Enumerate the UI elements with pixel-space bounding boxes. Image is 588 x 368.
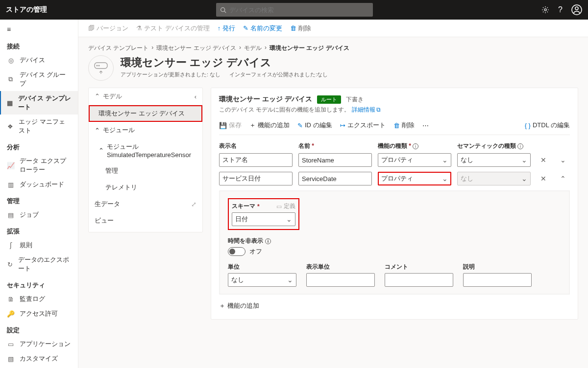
tree-item-module-sim[interactable]: ⌃モジュール SimulatedTemperatureSensor [89, 138, 202, 162]
device-groups-icon: ⧉ [7, 75, 15, 83]
sidebar-item-edge-manifests[interactable]: ❖エッジ マニフェスト [0, 115, 78, 138]
cmd-more[interactable]: ⋯ [422, 122, 429, 129]
customize-icon: ▧ [7, 355, 15, 363]
expand-row-button[interactable]: ⌄ [556, 156, 570, 164]
crumb-1[interactable]: デバイス テンプレート [88, 44, 148, 52]
sidebar-item-audit-logs[interactable]: 🗎監査ログ [0, 292, 78, 306]
cmd-export[interactable]: ↦エクスポート [340, 121, 386, 130]
tree-item-device[interactable]: 環境センサー エッジ デバイス [89, 105, 202, 122]
hamburger-icon[interactable]: ≡ [0, 22, 78, 37]
remove-row-button[interactable]: ✕ [537, 156, 550, 164]
search-input[interactable] [229, 6, 369, 14]
cmd-add-capability[interactable]: ＋機能の追加 [249, 121, 290, 130]
toolbar-delete[interactable]: 🗑削除 [290, 24, 311, 33]
template-icon: ▦ [7, 99, 13, 107]
toggle-state: オフ [249, 247, 262, 256]
schema-label: スキーマ [232, 202, 255, 210]
tree-header[interactable]: ⌃モデル ‹ [89, 88, 202, 105]
display-name-input[interactable]: ストア名 [219, 153, 293, 167]
export-icon: ↻ [7, 261, 13, 268]
sidebar-item-application[interactable]: ▭アプリケーション [0, 337, 78, 351]
tree-panel: ⌃モデル ‹ 環境センサー エッジ デバイス ⌃モジュール ⌃モジュール Sim… [88, 88, 203, 232]
sidebar-item-rules[interactable]: ʃ規則 [0, 238, 78, 253]
sidebar-item-data-explorer[interactable]: 📈データ エクスプローラー [0, 154, 78, 177]
sidebar-item-device-templates[interactable]: ▦デバイス テンプレート [0, 91, 78, 115]
define-icon: ▭ [276, 203, 282, 210]
capability-row: ストア名 StoreName プロパティ なし ✕ ⌄ [219, 153, 570, 167]
card-desc: このデバイス モデルに固有の機能を追加します。 [219, 106, 350, 113]
name-input[interactable]: ServiceDate [298, 172, 372, 185]
sidebar-item-jobs[interactable]: ▤ジョブ [0, 207, 78, 222]
more-icon: ⋯ [422, 122, 429, 129]
hide-time-toggle[interactable] [228, 247, 245, 256]
comment-input[interactable] [385, 273, 453, 287]
sidebar-item-iot-central[interactable]: ▢IoT Central Home [0, 366, 78, 368]
sidebar-item-customize[interactable]: ▧カスタマイズ [0, 351, 78, 366]
tree-item-telemetry[interactable]: テレメトリ [89, 179, 202, 196]
permissions-icon: 🔑 [7, 310, 15, 318]
sidebar: ≡ 接続 ◎デバイス ⧉デバイス グループ ▦デバイス テンプレート ❖エッジ … [0, 20, 78, 368]
description-input[interactable] [463, 273, 532, 287]
display-name-input[interactable]: サービス日付 [219, 172, 293, 185]
info-icon[interactable]: i [517, 143, 523, 149]
page-sub-1: アプリケーションが更新されました: なし [121, 71, 220, 78]
remove-row-button[interactable]: ✕ [537, 175, 550, 183]
edge-icon: ❖ [7, 123, 14, 130]
tree-item-manage[interactable]: 管理 [89, 162, 202, 179]
gear-icon[interactable] [541, 6, 549, 14]
device-avatar [88, 55, 114, 81]
info-icon[interactable]: i [265, 238, 271, 244]
crumb-current: 環境センサー エッジ デバイス [270, 44, 349, 52]
svg-point-0 [220, 7, 224, 11]
sidebar-item-dashboard[interactable]: ▥ダッシュボード [0, 177, 78, 192]
cmd-edit-id[interactable]: ✎ID の編集 [297, 121, 332, 130]
unit-select[interactable]: なし [228, 273, 296, 287]
add-capability-button[interactable]: ＋ 機能の追加 [219, 301, 570, 310]
cap-type-select[interactable]: プロパティ [378, 172, 451, 185]
display-unit-input[interactable] [306, 273, 375, 287]
crumb-3[interactable]: モデル [244, 44, 262, 52]
chevron-down-icon: ⌃ [95, 92, 100, 100]
application-icon: ▭ [7, 341, 15, 348]
group-manage: 管理 [0, 192, 78, 207]
audit-icon: 🗎 [7, 296, 15, 303]
toolbar-rename[interactable]: ✎名前の変更 [243, 24, 282, 33]
chevron-left-icon: ‹ [195, 93, 196, 100]
semantic-select[interactable]: なし [457, 153, 531, 167]
draft-label: 下書き [346, 95, 364, 104]
search-icon [220, 7, 229, 13]
plus-icon: ＋ [219, 301, 225, 310]
account-icon[interactable] [571, 4, 582, 15]
semantic-select: なし [457, 172, 531, 185]
collapse-row-button[interactable]: ⌃ [556, 175, 570, 183]
sidebar-item-device-groups[interactable]: ⧉デバイス グループ [0, 68, 78, 91]
tree-item-view[interactable]: ビュー [89, 212, 202, 229]
expand-icon: ⤢ [191, 201, 196, 208]
schema-select[interactable]: 日付 [232, 212, 295, 226]
svg-line-1 [224, 11, 225, 12]
sidebar-item-data-export[interactable]: ↻データのエクスポート [0, 253, 78, 276]
dashboard-icon: ▥ [7, 181, 15, 188]
cap-type-select[interactable]: プロパティ [378, 153, 451, 167]
capabilities-card: 環境センサー エッジ デバイス ルート 下書き このデバイス モデルに固有の機能… [211, 88, 578, 320]
root-badge: ルート [317, 95, 341, 104]
toolbar-publish[interactable]: ↑発行 [218, 24, 236, 33]
test-icon: ⚗ [136, 24, 142, 32]
search-box[interactable] [216, 3, 373, 17]
svg-point-4 [575, 7, 578, 10]
name-input[interactable]: StoreName [298, 153, 372, 167]
tree-item-modules[interactable]: ⌃モジュール [89, 122, 202, 138]
info-icon[interactable]: i [413, 143, 418, 149]
cmd-dtdl[interactable]: { }DTDL の編集 [525, 121, 570, 130]
delete-icon: 🗑 [290, 24, 296, 32]
sidebar-item-permissions[interactable]: 🔑アクセス許可 [0, 306, 78, 321]
sidebar-item-devices[interactable]: ◎デバイス [0, 53, 78, 68]
cmd-delete[interactable]: 🗑削除 [393, 121, 415, 130]
save-icon: 💾 [219, 122, 227, 129]
tree-item-raw[interactable]: 生データ⤢ [89, 196, 202, 212]
more-info-link[interactable]: 詳細情報 [352, 106, 375, 113]
card-title: 環境センサー エッジ デバイス [219, 95, 312, 104]
help-icon[interactable]: ? [558, 5, 563, 14]
description-label: 説明 [463, 263, 475, 271]
crumb-2[interactable]: 環境センサー エッジ デバイス [156, 44, 236, 52]
